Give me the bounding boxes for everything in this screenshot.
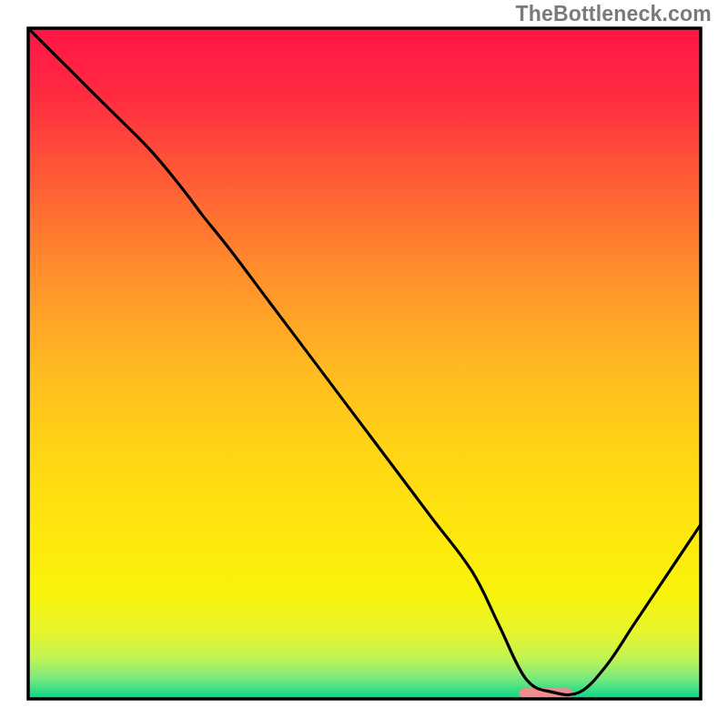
chart-svg	[0, 0, 728, 728]
bottleneck-chart: TheBottleneck.com	[0, 0, 728, 728]
